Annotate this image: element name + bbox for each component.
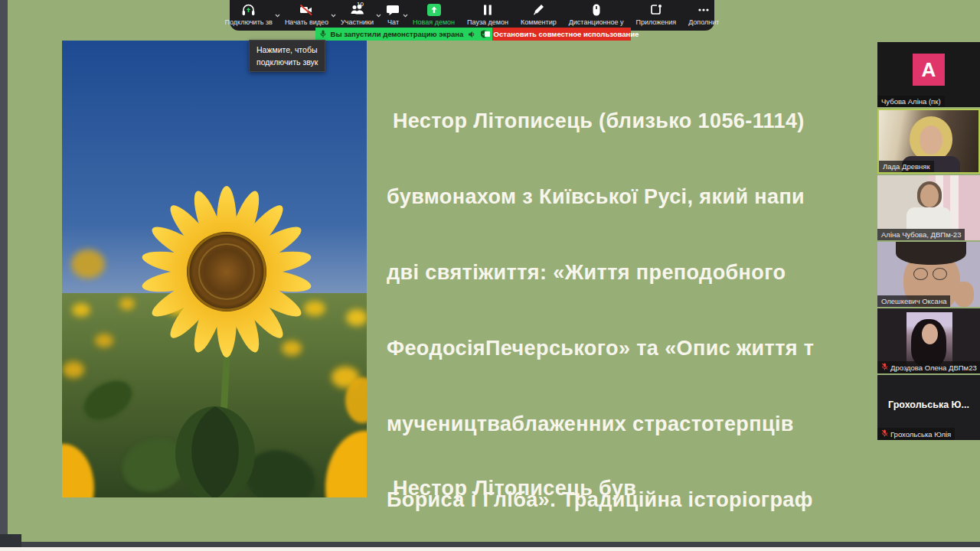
toolbar-button-label: Участники [341,18,374,26]
video-feed [920,184,939,207]
video-feed [913,268,928,280]
more-icon [697,2,710,18]
chat-button[interactable]: Чат [380,2,407,26]
join-audio-button[interactable]: Подключить зв [219,2,279,26]
toolbar-button-label: Новая демон [413,18,455,26]
join-audio-tooltip: Нажмите, чтобы подключить звук [249,40,325,72]
screen-left-edge [0,0,8,543]
apps-icon [649,2,663,18]
start-video-button[interactable]: Начать видео [279,2,335,26]
chat-icon [386,2,400,18]
slide-paragraph-2: Нестор Літописець був послідовникомтворц… [387,427,980,551]
participant-name: Чубова Аліна (пк) [877,96,945,107]
share-screen-icon [426,2,442,18]
muted-mic-icon [881,429,888,439]
zoom-toolbar: Подключить зв Начать видео 10 Участники … [230,0,714,31]
pause-share-button[interactable]: Пауза демон [461,2,514,26]
headset-icon [241,2,256,18]
video-feed [939,242,957,253]
avatar: A [913,54,945,86]
toolbar-button-label: Дистанционное у [569,18,624,26]
video-tile-chubova-alina-pk[interactable]: A Чубова Аліна (пк) [877,42,980,107]
stop-share-label: Остановить совместное использование [494,30,639,38]
pause-icon [482,2,493,18]
video-tile-drozdova-olena[interactable]: Дроздова Олена ДВПм23 [877,308,980,373]
video-feed [920,126,942,155]
participant-display-name: Грохольська Ю... [877,399,980,410]
participant-name-text: Грохольська Юлія [890,430,951,439]
share-banner-message: Вы запустили демонстрацию экрана [326,30,468,38]
video-tile-oleshkevych-oksana[interactable]: Олешкевич Оксана [877,242,980,307]
toolbar-button-label: Комментир [521,18,557,26]
screen-share-banner: Вы запустили демонстрацию экрана [315,28,492,41]
muted-mic-icon [881,363,888,372]
toolbar-button-label: Приложения [636,18,677,26]
participant-name-text: Лада Древняк [883,162,930,171]
participant-name-text: Олешкевич Оксана [881,297,946,305]
toolbar-button-label: Подключить зв [225,18,273,26]
participant-name-text: Дроздова Олена ДВПм23 [890,364,977,372]
annotate-icon [531,2,545,18]
stop-share-button[interactable]: Остановить совместное использование [492,28,631,41]
participant-name: Аліна Чубова, ДВПм-23 [877,229,965,240]
toolbar-button-label: Начать видео [285,18,328,26]
video-tile-alina-chubova[interactable]: Аліна Чубова, ДВПм-23 [877,175,980,240]
participant-name: Грохольська Юлія [877,428,955,440]
participant-name: Лада Древняк [879,161,934,172]
stop-icon [485,31,490,37]
participants-count-badge: 10 [357,1,364,8]
participant-name-text: Аліна Чубова, ДВПм-23 [881,230,961,239]
tooltip-line: Нажмите, чтобы [256,44,318,56]
toolbar-button-label: Чат [387,18,399,26]
toolbar-button-label: Пауза демон [467,18,508,26]
video-feed [922,324,938,344]
video-feed [954,282,974,307]
new-share-button[interactable]: Новая демон [407,2,461,26]
slide-text-line: Нестор Літописець був [387,474,980,503]
participant-name-text: Чубова Аліна (пк) [881,97,941,106]
mic-icon [320,28,326,41]
speaker-icon [468,28,475,41]
participants-button[interactable]: 10 Участники [335,2,380,26]
sunflower-photo [62,41,367,497]
camera-off-icon [299,2,314,18]
remote-control-icon [592,2,601,18]
more-button[interactable]: Дополнит [682,2,725,26]
annotate-button[interactable]: Комментир [514,2,563,26]
video-tile-grokholska-yuliia[interactable]: Грохольська Ю... Грохольська Юлія [877,375,980,440]
apps-button[interactable]: Приложения [630,2,683,26]
video-tile-lada-drevniak[interactable]: Лада Древняк [877,109,980,174]
bottom-corner-block [0,534,21,547]
participant-name: Дроздова Олена ДВПм23 [877,361,980,373]
tooltip-line: подключить звук [256,56,318,68]
video-feed [933,268,947,280]
participant-name: Олешкевич Оксана [877,295,950,307]
toolbar-button-label: Дополнит [688,18,719,26]
remote-control-button[interactable]: Дистанционное у [563,2,630,26]
